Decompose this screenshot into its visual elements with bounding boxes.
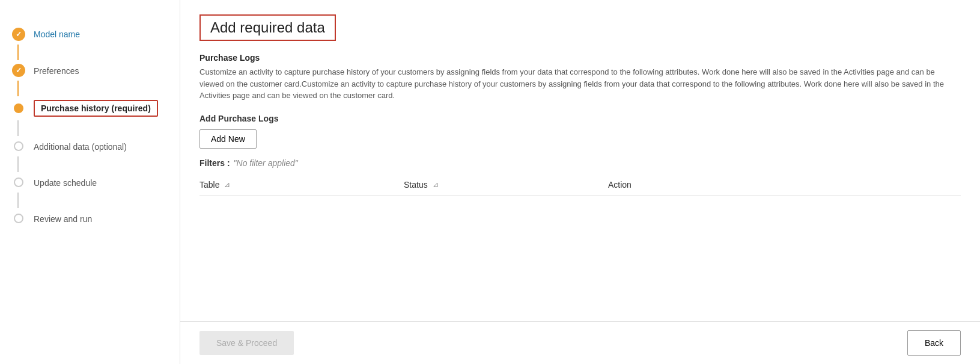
status-filter-icon[interactable]: ⊿ bbox=[433, 180, 439, 189]
active-dot-purchase-history bbox=[14, 103, 23, 113]
inactive-dot-update-schedule bbox=[14, 177, 23, 187]
step-icon-purchase-history bbox=[12, 102, 25, 115]
inactive-dot-additional-data bbox=[14, 141, 23, 151]
main-wrapper: Add required data Purchase Logs Customiz… bbox=[180, 0, 980, 364]
page-title-box: Add required data bbox=[199, 14, 336, 41]
page-title: Add required data bbox=[210, 19, 325, 36]
col-action-label: Action bbox=[608, 180, 632, 190]
connector-4 bbox=[17, 156, 19, 172]
add-logs-title: Add Purchase Logs bbox=[199, 114, 961, 123]
col-action: Action bbox=[608, 180, 961, 190]
table-body-empty bbox=[199, 199, 961, 247]
add-new-button[interactable]: Add New bbox=[199, 129, 257, 149]
table-filter-icon[interactable]: ⊿ bbox=[224, 180, 230, 189]
col-table: Table ⊿ bbox=[199, 180, 404, 190]
connector-1 bbox=[17, 45, 19, 60]
sidebar-item-review-and-run[interactable]: Review and run bbox=[0, 208, 180, 229]
col-status-label: Status bbox=[404, 180, 428, 190]
inactive-dot-review-and-run bbox=[14, 214, 23, 223]
step-icon-review-and-run bbox=[12, 212, 25, 225]
sidebar-item-purchase-history[interactable]: Purchase history (required) bbox=[0, 96, 180, 120]
filters-value: "No filter applied" bbox=[234, 158, 298, 168]
sidebar-item-label-model-name: Model name bbox=[34, 29, 80, 39]
app-layout: Model name Preferences Purchase history … bbox=[0, 0, 980, 364]
sidebar-item-additional-data[interactable]: Additional data (optional) bbox=[0, 136, 180, 156]
sidebar-item-label-additional-data: Additional data (optional) bbox=[34, 141, 127, 152]
sidebar: Model name Preferences Purchase history … bbox=[0, 0, 180, 364]
save-proceed-button[interactable]: Save & Proceed bbox=[199, 331, 294, 355]
back-button[interactable]: Back bbox=[907, 330, 961, 356]
sidebar-item-label-purchase-history: Purchase history (required) bbox=[34, 100, 158, 117]
check-icon-model-name bbox=[12, 28, 25, 41]
add-purchase-logs: Add Purchase Logs Add New bbox=[199, 114, 961, 158]
sidebar-item-label-update-schedule: Update schedule bbox=[34, 177, 97, 188]
sidebar-item-label-review-and-run: Review and run bbox=[34, 213, 92, 224]
section-title: Purchase Logs bbox=[199, 53, 961, 63]
col-table-label: Table bbox=[199, 180, 219, 190]
step-icon-update-schedule bbox=[12, 176, 25, 189]
connector-3 bbox=[17, 120, 19, 136]
connector-2 bbox=[17, 81, 19, 96]
check-icon-preferences bbox=[12, 64, 25, 77]
purchase-logs-section: Purchase Logs Customize an activity to c… bbox=[199, 53, 961, 102]
col-status: Status ⊿ bbox=[404, 180, 608, 190]
sidebar-steps: Model name Preferences Purchase history … bbox=[0, 12, 180, 241]
table-header: Table ⊿ Status ⊿ Action bbox=[199, 180, 961, 196]
sidebar-item-update-schedule[interactable]: Update schedule bbox=[0, 172, 180, 193]
connector-5 bbox=[17, 193, 19, 208]
step-icon-model-name bbox=[12, 28, 25, 41]
filters-label: Filters : bbox=[199, 158, 230, 168]
section-desc: Customize an activity to capture purchas… bbox=[199, 66, 961, 102]
footer: Save & Proceed Back bbox=[180, 321, 980, 364]
sidebar-item-label-preferences: Preferences bbox=[34, 65, 79, 76]
sidebar-item-preferences[interactable]: Preferences bbox=[0, 60, 180, 81]
filters-row: Filters : "No filter applied" bbox=[199, 158, 961, 168]
main-content: Add required data Purchase Logs Customiz… bbox=[180, 0, 980, 321]
sidebar-item-model-name[interactable]: Model name bbox=[0, 24, 180, 45]
step-icon-preferences bbox=[12, 64, 25, 77]
step-icon-additional-data bbox=[12, 140, 25, 153]
